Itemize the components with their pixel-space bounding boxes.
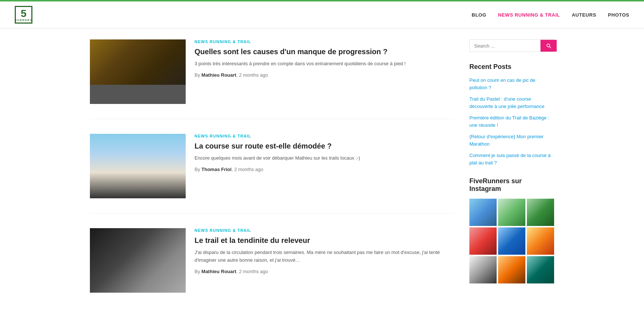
logo-subtext: RUNNERS <box>15 19 33 21</box>
recent-post-link[interactable]: Comment je suis passé de la course à pla… <box>469 153 550 166</box>
article-byline: By Mathieu Rouart, 2 months ago <box>195 72 455 78</box>
main-nav: BLOG NEWS RUNNING & TRAIL AUTEURS PHOTOS <box>472 12 629 18</box>
recent-post-item: Peut on courir en cas de pic de pollutio… <box>469 77 554 91</box>
logo-number: 5 <box>21 8 27 19</box>
logo-box: 5 RUNNERS <box>15 6 32 24</box>
article-date: 2 months ago <box>234 167 263 172</box>
recent-post-item: Comment je suis passé de la course à pla… <box>469 152 554 166</box>
article-meta: NEWS RUNNING & TRAIL Le trail et la tend… <box>195 228 455 293</box>
site-logo[interactable]: 5 RUNNERS <box>15 6 32 24</box>
recent-post-item: Première édition du Trail de Baziège : u… <box>469 114 554 129</box>
article-category: NEWS RUNNING & TRAIL <box>195 39 455 44</box>
article-excerpt: J'ai disparu de la circulation pendant t… <box>195 249 455 264</box>
article-thumbnail <box>90 228 186 293</box>
article-card: NEWS RUNNING & TRAIL Le trail et la tend… <box>90 228 455 307</box>
recent-post-item: {Retour d'expérience} Mon premier Marath… <box>469 133 554 147</box>
instagram-thumb[interactable] <box>469 199 497 226</box>
main-container: NEWS RUNNING & TRAIL Quelles sont les ca… <box>83 28 561 331</box>
article-category: NEWS RUNNING & TRAIL <box>195 134 455 138</box>
recent-post-link[interactable]: Première édition du Trail de Baziège : u… <box>469 115 549 128</box>
article-meta: NEWS RUNNING & TRAIL La course sur route… <box>195 134 455 198</box>
article-meta: NEWS RUNNING & TRAIL Quelles sont les ca… <box>195 39 455 104</box>
recent-posts-title: Recent Posts <box>469 63 554 71</box>
instagram-thumb[interactable] <box>498 256 525 283</box>
article-date: 2 months ago <box>239 269 268 274</box>
recent-post-link[interactable]: Trail du Pastel : d'une course découvert… <box>469 96 545 109</box>
instagram-thumb[interactable] <box>527 256 554 283</box>
article-title[interactable]: Le trail et la tendinite du releveur <box>195 236 455 245</box>
sidebar: Recent Posts Peut on courir en cas de pi… <box>469 39 554 322</box>
article-category: NEWS RUNNING & TRAIL <box>195 228 455 233</box>
instagram-grid <box>469 199 554 283</box>
article-author: Mathieu Rouart <box>202 72 237 78</box>
article-author: Thomas Friol <box>202 167 232 172</box>
instagram-thumb[interactable] <box>469 227 497 255</box>
article-excerpt: Encore quelques mois avant de voir débar… <box>195 154 455 162</box>
article-thumbnail <box>90 39 186 104</box>
nav-auteurs[interactable]: AUTEURS <box>572 12 596 18</box>
article-title[interactable]: La course sur route est-elle démodée ? <box>195 141 455 151</box>
instagram-title: FiveRunners sur Instagram <box>469 177 554 193</box>
search-input[interactable] <box>470 40 540 52</box>
instagram-thumb[interactable] <box>498 199 525 226</box>
article-card: NEWS RUNNING & TRAIL Quelles sont les ca… <box>90 39 455 119</box>
search-icon <box>546 43 552 49</box>
instagram-thumb[interactable] <box>527 227 554 255</box>
site-header: 5 RUNNERS BLOG NEWS RUNNING & TRAIL AUTE… <box>0 1 644 28</box>
recent-post-link[interactable]: {Retour d'expérience} Mon premier Marath… <box>469 134 543 147</box>
article-list: NEWS RUNNING & TRAIL Quelles sont les ca… <box>90 39 455 322</box>
article-author: Mathieu Rouart <box>202 269 237 274</box>
search-button[interactable] <box>540 40 557 52</box>
article-byline: By Thomas Friol, 2 months ago <box>195 167 455 172</box>
article-byline: By Mathieu Rouart, 2 months ago <box>195 269 455 274</box>
article-excerpt: 3 points très intéressants à prendre en … <box>195 60 455 68</box>
article-card: NEWS RUNNING & TRAIL La course sur route… <box>90 134 455 213</box>
nav-photos[interactable]: PHOTOS <box>608 12 629 18</box>
instagram-thumb[interactable] <box>498 227 525 255</box>
article-thumbnail <box>90 134 186 198</box>
instagram-thumb[interactable] <box>469 256 497 283</box>
instagram-widget: FiveRunners sur Instagram <box>469 177 554 283</box>
search-widget <box>469 39 554 52</box>
nav-blog[interactable]: BLOG <box>472 12 486 18</box>
recent-post-item: Trail du Pastel : d'une course découvert… <box>469 95 554 110</box>
recent-posts-widget: Recent Posts Peut on courir en cas de pi… <box>469 63 554 166</box>
nav-news-running[interactable]: NEWS RUNNING & TRAIL <box>498 12 560 18</box>
article-date: 2 months ago <box>239 72 268 78</box>
article-title[interactable]: Quelles sont les causes d'un manque de p… <box>195 47 455 56</box>
instagram-thumb[interactable] <box>527 199 554 226</box>
recent-post-link[interactable]: Peut on courir en cas de pic de pollutio… <box>469 77 535 90</box>
